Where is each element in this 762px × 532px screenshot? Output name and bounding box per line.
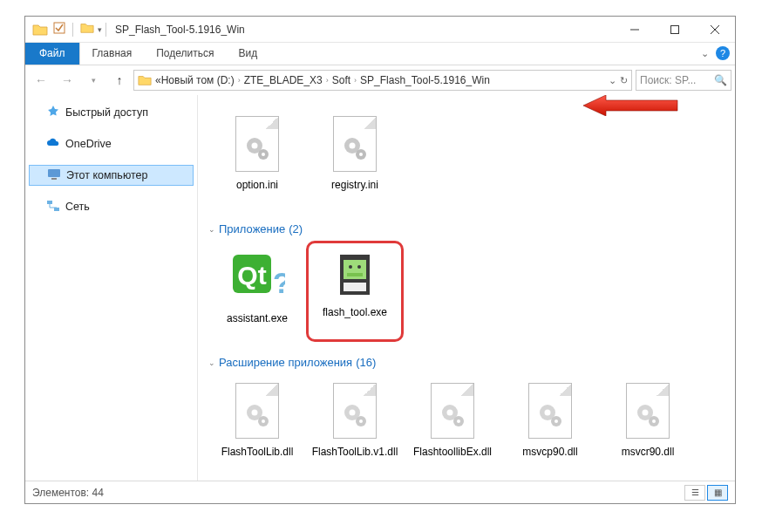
group-header-apps[interactable]: ⌄ Приложение (2) — [201, 219, 735, 239]
back-button[interactable]: ← — [29, 69, 53, 92]
dll-file-icon — [620, 379, 676, 442]
ribbon-tabs: Файл Главная Поделиться Вид ⌄ ? — [25, 43, 735, 65]
search-placeholder: Поиск: SP... — [640, 74, 696, 86]
svg-rect-22 — [344, 283, 366, 291]
svg-point-7 — [252, 143, 258, 149]
svg-point-11 — [350, 143, 356, 149]
qat-folder-icon[interactable] — [80, 21, 94, 38]
help-icon[interactable]: ? — [716, 46, 730, 60]
item-count: Элементов: 44 — [32, 487, 104, 499]
address-bar[interactable]: « Новый том (D:) › ZTE_BLADE_X3 › Soft ›… — [133, 70, 632, 91]
qat-checkbox-icon[interactable] — [53, 22, 65, 38]
svg-rect-3 — [51, 178, 57, 180]
sidebar-quick-access[interactable]: Быстрый доступ — [25, 102, 197, 123]
flash-tool-icon — [330, 247, 379, 303]
status-bar: Элементов: 44 ☰ ▦ — [25, 481, 735, 503]
folder-icon — [32, 22, 48, 38]
minimize-button[interactable] — [615, 17, 655, 43]
address-dropdown-icon[interactable]: ⌄ — [609, 75, 616, 86]
svg-point-30 — [359, 419, 363, 423]
chevron-right-icon: › — [354, 76, 357, 85]
dll-file-icon — [425, 379, 480, 442]
body: Быстрый доступ OneDrive Этот компьютер — [25, 95, 735, 481]
breadcrumb-item[interactable]: Новый том (D:) — [161, 74, 235, 86]
breadcrumb-item[interactable]: Soft — [332, 74, 350, 86]
file-item[interactable]: FlashToolLib.v1.dll — [306, 374, 404, 475]
file-item[interactable]: FlashtoollibEx.dll — [404, 374, 501, 475]
file-item[interactable]: FlashToolLib.dll — [208, 374, 306, 475]
title-bar: ▾ SP_Flash_Tool-5.1916_Win — [25, 17, 735, 43]
svg-point-20 — [357, 265, 361, 269]
breadcrumb-item[interactable]: ZTE_BLADE_X3 — [244, 74, 323, 86]
forward-button[interactable]: → — [55, 69, 79, 92]
svg-point-9 — [262, 153, 265, 156]
cloud-icon — [46, 136, 60, 153]
svg-point-32 — [447, 410, 453, 416]
svg-point-19 — [349, 265, 352, 269]
file-item-flash-tool[interactable]: flash_tool.exe — [306, 241, 404, 342]
recent-dropdown[interactable]: ▾ — [81, 69, 105, 92]
window-title: SP_Flash_Tool-5.1916_Win — [115, 24, 245, 36]
monitor-icon — [47, 167, 61, 184]
file-group: FlashToolLib.dll FlashToolLib.v1.dll Fla… — [201, 372, 735, 481]
qt-icon: Qt ? — [229, 246, 285, 309]
svg-rect-1 — [671, 25, 679, 33]
sidebar-this-pc[interactable]: Этот компьютер — [29, 165, 194, 186]
network-icon — [46, 199, 60, 215]
file-item[interactable]: registry.ini — [306, 107, 404, 208]
up-button[interactable]: ↑ — [107, 69, 132, 92]
dll-file-icon — [229, 379, 285, 442]
group-header-extensions[interactable]: ⌄ Расширение приложения (16) — [201, 352, 735, 372]
chevron-right-icon: › — [238, 76, 241, 85]
file-item[interactable]: msvcr90.dll — [599, 374, 697, 475]
chevron-down-icon: ⌄ — [208, 225, 215, 234]
file-item[interactable]: option.ini — [208, 107, 306, 208]
file-item[interactable]: msvcp90.dll — [501, 374, 599, 475]
svg-point-13 — [359, 153, 363, 156]
view-details-button[interactable]: ☰ — [684, 485, 705, 501]
svg-point-40 — [643, 410, 649, 416]
tab-file[interactable]: Файл — [25, 43, 80, 65]
close-button[interactable] — [695, 17, 735, 43]
settings-file-icon — [327, 113, 383, 175]
settings-file-icon — [229, 113, 285, 175]
expand-ribbon-icon[interactable]: ⌄ — [701, 48, 709, 59]
svg-point-42 — [652, 419, 656, 423]
svg-text:Qt: Qt — [237, 261, 266, 290]
search-icon: 🔍 — [714, 74, 727, 86]
explorer-window: ▾ SP_Flash_Tool-5.1916_Win Файл Главная … — [24, 16, 736, 504]
svg-rect-4 — [47, 201, 52, 204]
navigation-pane: Быстрый доступ OneDrive Этот компьютер — [25, 95, 198, 481]
file-group: Qt ? assistant.exe — [201, 239, 735, 352]
sidebar-onedrive[interactable]: OneDrive — [25, 133, 197, 154]
svg-point-24 — [252, 410, 258, 416]
dll-file-icon — [522, 379, 578, 442]
refresh-icon[interactable]: ↻ — [620, 75, 628, 86]
chevron-right-icon: › — [326, 76, 329, 85]
svg-text:?: ? — [273, 266, 285, 299]
breadcrumb-item[interactable]: SP_Flash_Tool-5.1916_Win — [360, 74, 490, 86]
svg-rect-2 — [48, 169, 60, 177]
svg-point-26 — [262, 419, 265, 423]
svg-rect-0 — [54, 23, 65, 33]
tab-view[interactable]: Вид — [226, 43, 269, 65]
tab-home[interactable]: Главная — [80, 43, 145, 65]
breadcrumb-prefix: « — [155, 74, 161, 86]
file-item-assistant[interactable]: Qt ? assistant.exe — [208, 241, 306, 342]
view-icons-button[interactable]: ▦ — [707, 485, 728, 501]
svg-point-34 — [457, 419, 460, 423]
svg-point-28 — [350, 410, 356, 416]
file-group: option.ini registry.ini — [201, 106, 735, 219]
chevron-down-icon: ⌄ — [208, 358, 215, 367]
quick-access-toolbar: ▾ — [53, 21, 102, 38]
search-input[interactable]: Поиск: SP... 🔍 — [636, 70, 731, 91]
svg-rect-21 — [347, 273, 363, 276]
maximize-button[interactable] — [655, 17, 695, 43]
star-icon — [46, 105, 60, 121]
file-list: option.ini registry.ini ⌄ Приложение (2) — [198, 95, 735, 481]
svg-rect-5 — [54, 208, 59, 211]
qat-dropdown-icon[interactable]: ▾ — [98, 25, 102, 34]
sidebar-network[interactable]: Сеть — [25, 196, 197, 217]
svg-point-38 — [554, 419, 558, 423]
tab-share[interactable]: Поделиться — [144, 43, 226, 65]
